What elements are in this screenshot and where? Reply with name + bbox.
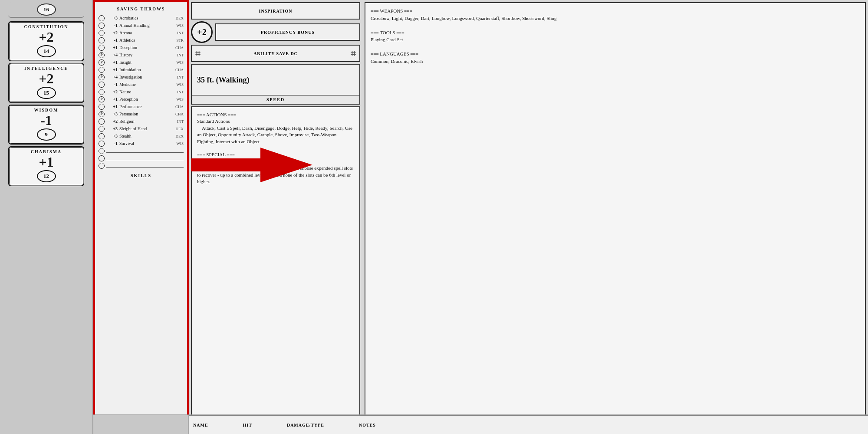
skill-circle-12 <box>99 104 105 110</box>
skill-name-10: Nature <box>119 89 174 94</box>
wisdom-modifier: -1 <box>40 113 52 127</box>
wisdom-label: WISDOM <box>34 108 59 112</box>
skill-attr-1: WIS <box>177 23 184 28</box>
skill-attr-2: INT <box>177 31 184 35</box>
skill-bonus-4: +1 <box>106 45 118 50</box>
skill-row-16: +3StealthDEX <box>98 132 184 140</box>
proficiency-bonus-row: +2 PROFICIENCY BONUS <box>191 21 360 43</box>
skill-name-8: Investigation <box>119 75 174 79</box>
blank-skill-row-2 <box>98 155 184 162</box>
blank-skill-row-3 <box>98 162 184 169</box>
skill-attr-14: INT <box>177 119 184 124</box>
skill-attr-12: CHA <box>175 105 184 109</box>
weapon-name-header: NAME <box>193 423 208 427</box>
skill-attr-4: CHA <box>175 46 184 50</box>
skills-list: +3AcrobaticsDEX-1Animal HandlingWIS+2Arc… <box>98 14 184 147</box>
skill-circle-7 <box>99 67 105 73</box>
skill-row-10: +2NatureINT <box>98 88 184 95</box>
ability-block-constitution: CONSTITUTION +2 14 <box>8 21 84 61</box>
skill-circle-16 <box>99 133 105 139</box>
skill-bonus-10: +2 <box>106 89 118 94</box>
skill-bonus-16: +3 <box>106 134 118 138</box>
skill-row-0: +3AcrobaticsDEX <box>98 14 184 22</box>
skill-bonus-9: -1 <box>106 82 118 87</box>
bottom-skills-section <box>93 415 189 434</box>
speed-label: SPEED <box>192 95 359 104</box>
skill-circle-3 <box>99 37 105 43</box>
main-container: 16 CONSTITUTION +2 14 INTELLIGENCE +2 15… <box>0 0 868 434</box>
skill-attr-15: DEX <box>176 127 184 131</box>
blank-circle-3 <box>99 163 105 169</box>
skill-attr-3: STR <box>176 38 184 43</box>
skill-bonus-15: +3 <box>106 126 118 131</box>
proficiencies-box: === WEAPONS === Crossbow, Light, Dagger,… <box>365 2 866 432</box>
skill-name-13: Persuasion <box>119 112 173 116</box>
skill-bonus-8: +4 <box>106 75 118 79</box>
skill-name-7: Intimidation <box>119 67 173 72</box>
charisma-modifier: +1 <box>39 155 53 169</box>
ability-scores-panel: 16 CONSTITUTION +2 14 INTELLIGENCE +2 15… <box>0 0 93 434</box>
skill-bonus-5: +4 <box>106 53 118 57</box>
skill-bonus-0: +3 <box>106 16 118 20</box>
skill-bonus-11: +1 <box>106 97 118 102</box>
skill-attr-5: INT <box>177 53 184 57</box>
speed-value: 35 ft. (Walking) <box>192 65 359 95</box>
skill-circle-17 <box>99 141 105 147</box>
skill-circle-6 <box>99 59 105 66</box>
right-panel: === WEAPONS === Crossbow, Light, Dagger,… <box>362 0 868 434</box>
weapon-damage-header: DAMAGE/TYPE <box>287 423 324 427</box>
skill-name-12: Performance <box>119 104 173 109</box>
top-score-row: 16 <box>8 2 84 18</box>
skill-name-11: Perception <box>119 97 174 102</box>
skill-name-4: Deception <box>119 45 173 50</box>
skill-attr-0: DEX <box>176 16 184 20</box>
skill-circle-14 <box>99 118 105 125</box>
skill-row-5: +4HistoryINT <box>98 51 184 59</box>
skill-row-15: +3Sleight of HandDEX <box>98 125 184 132</box>
skill-attr-10: INT <box>177 90 184 94</box>
skill-name-2: Arcana <box>119 30 174 35</box>
weapon-notes-header: NOTES <box>359 423 376 427</box>
constitution-modifier: +2 <box>39 30 53 44</box>
speed-section: 35 ft. (Walking) SPEED <box>191 64 360 105</box>
proficiency-bonus-value: +2 <box>197 27 206 37</box>
proficiencies-content: === WEAPONS === Crossbow, Light, Dagger,… <box>365 3 865 422</box>
ability-block-intelligence: INTELLIGENCE +2 15 <box>8 63 84 103</box>
skill-row-1: -1Animal HandlingWIS <box>98 22 184 29</box>
weapon-hit-header: HIT <box>243 423 252 427</box>
skill-bonus-7: +1 <box>106 67 118 72</box>
skill-row-17: -1SurvivalWIS <box>98 140 184 147</box>
inspiration-label: INSPIRATION <box>259 9 293 13</box>
skill-bonus-6: +1 <box>106 60 118 65</box>
skill-bonus-17: -1 <box>106 141 118 146</box>
skill-row-8: +4InvestigationINT <box>98 73 184 81</box>
skill-attr-6: WIS <box>177 60 184 65</box>
skill-name-14: Religion <box>119 119 174 124</box>
middle-panel: INSPIRATION +2 PROFICIENCY BONUS ⌗ ABILI… <box>189 0 362 434</box>
skill-name-17: Survival <box>119 141 174 146</box>
skill-circle-9 <box>99 82 105 88</box>
ability-block-wisdom: WISDOM -1 9 <box>8 105 84 145</box>
skill-attr-8: INT <box>177 75 184 79</box>
ability-block-charisma: CHARISMA +1 12 <box>8 146 84 186</box>
skill-name-3: Athletics <box>119 38 174 43</box>
skill-row-11: +1PerceptionWIS <box>98 95 184 103</box>
actions-content: === ACTIONS === Standard Actions Attack,… <box>192 107 359 422</box>
skill-row-14: +2ReligionINT <box>98 118 184 125</box>
skill-row-3: -1AthleticsSTR <box>98 36 184 44</box>
charisma-label: CHARISMA <box>31 149 62 154</box>
inspiration-box: INSPIRATION <box>191 2 360 20</box>
skill-row-7: +1IntimidationCHA <box>98 66 184 73</box>
ability-save-dc-label: ABILITY SAVE DC <box>253 51 298 56</box>
weapon-table-header: NAME HIT DAMAGE/TYPE NOTES <box>189 415 868 434</box>
skill-bonus-1: -1 <box>106 23 118 28</box>
skill-name-0: Acrobatics <box>119 16 173 20</box>
actions-section: === ACTIONS === Standard Actions Attack,… <box>191 106 360 432</box>
skill-circle-11 <box>99 96 105 102</box>
skill-circle-4 <box>99 45 105 51</box>
constitution-label: CONSTITUTION <box>24 24 69 29</box>
skill-circle-0 <box>99 15 105 21</box>
skill-attr-11: WIS <box>177 97 184 102</box>
skill-bonus-12: +1 <box>106 104 118 109</box>
skill-attr-17: WIS <box>177 141 184 146</box>
